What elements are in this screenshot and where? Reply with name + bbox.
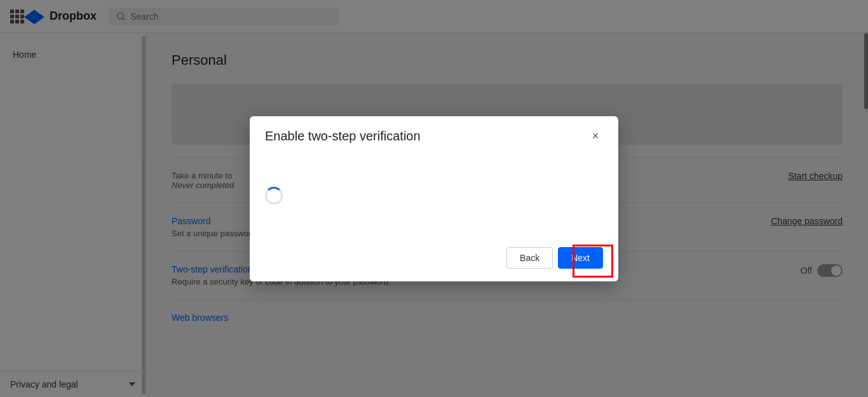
modal-footer: Back Next <box>250 237 618 281</box>
modal-title: Enable two-step verification <box>265 129 421 144</box>
back-button[interactable]: Back <box>506 247 553 269</box>
modal: Enable two-step verification × Back Next <box>250 116 618 281</box>
modal-header: Enable two-step verification × <box>250 116 618 154</box>
modal-close-button[interactable]: × <box>588 129 603 144</box>
modal-overlay: Enable two-step verification × Back Next <box>0 0 868 397</box>
modal-body <box>250 154 618 237</box>
next-button[interactable]: Next <box>558 247 603 269</box>
loading-spinner <box>265 187 283 205</box>
